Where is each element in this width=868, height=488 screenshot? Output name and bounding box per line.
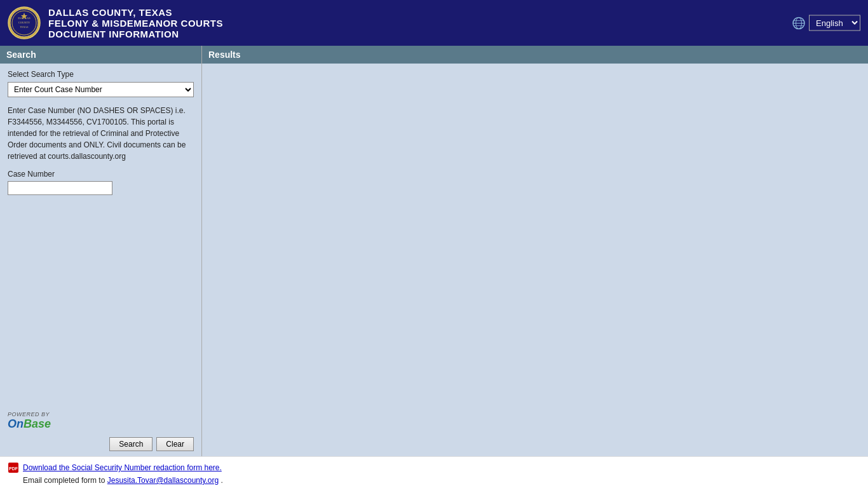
svg-text:TEXAS: TEXAS <box>20 25 29 29</box>
footer-download-row: PDF Download the Social Security Number … <box>8 462 860 473</box>
footer-email-suffix: . <box>220 476 222 485</box>
footer-email-link[interactable]: Jesusita.Tovar@dallascounty.org <box>107 476 219 485</box>
header-line3: DOCUMENT INFORMATION <box>48 29 223 39</box>
search-button[interactable]: Search <box>109 437 153 451</box>
footer-email-row: Email completed form to Jesusita.Tovar@d… <box>23 476 860 485</box>
search-type-dropdown[interactable]: Enter Court Case Number <box>8 82 194 97</box>
clear-button[interactable]: Clear <box>156 437 194 451</box>
header-line1: DALLAS COUNTY, TEXAS <box>48 7 223 18</box>
language-dropdown[interactable]: English Spanish French <box>809 15 860 31</box>
search-content: Select Search Type Enter Court Case Numb… <box>0 64 201 406</box>
results-panel: Results <box>202 46 868 456</box>
search-section-header: Search <box>0 46 201 64</box>
powered-by-label: POWERED BY <box>8 411 194 417</box>
results-content <box>202 64 868 456</box>
case-number-label: Case Number <box>8 170 194 179</box>
globe-icon <box>792 17 805 29</box>
svg-text:COUNTY: COUNTY <box>18 21 31 24</box>
search-buttons: Search Clear <box>8 437 194 451</box>
onbase-logo: OnBase <box>8 417 194 431</box>
results-section-header: Results <box>202 46 868 64</box>
main-container: Search Select Search Type Enter Court Ca… <box>0 46 868 456</box>
search-type-label: Select Search Type <box>8 70 194 79</box>
case-number-input[interactable] <box>8 181 112 195</box>
county-seal-icon: DALLAS COUNTY TEXAS <box>8 6 41 39</box>
page-header: DALLAS COUNTY TEXAS DALLAS COUNTY, TEXAS… <box>0 0 868 46</box>
footer: PDF Download the Social Security Number … <box>0 456 868 488</box>
header-titles: DALLAS COUNTY, TEXAS FELONY & MISDEMEANO… <box>48 7 223 39</box>
footer-email-prefix: Email completed form to <box>23 476 105 485</box>
search-footer: POWERED BY OnBase Search Clear <box>0 406 201 456</box>
search-panel: Search Select Search Type Enter Court Ca… <box>0 46 202 456</box>
search-description: Enter Case Number (NO DASHES OR SPACES) … <box>8 105 194 162</box>
download-link[interactable]: Download the Social Security Number reda… <box>23 463 222 472</box>
language-selector-area: English Spanish French <box>792 15 860 31</box>
header-line2: FELONY & MISDEMEANOR COURTS <box>48 18 223 29</box>
svg-text:PDF: PDF <box>9 466 18 471</box>
pdf-icon: PDF <box>8 462 19 473</box>
